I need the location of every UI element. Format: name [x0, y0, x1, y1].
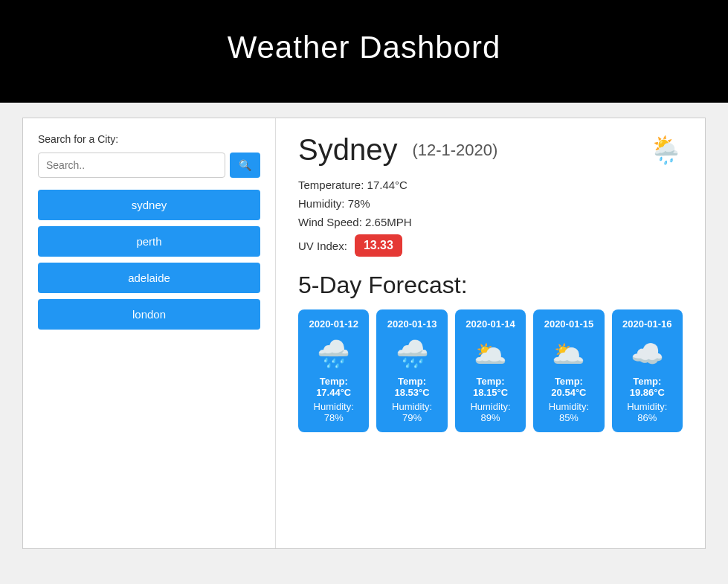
forecast-humidity: Humidity: 89%: [463, 401, 518, 423]
forecast-temp: Temp: 20.54°C: [541, 376, 596, 398]
forecast-date: 2020-01-12: [306, 318, 361, 331]
forecast-icon: 🌧️: [306, 338, 361, 370]
uv-label: UV Index:: [298, 240, 347, 252]
weather-stats: Temperature: 17.44°C Humidity: 78% Wind …: [298, 179, 683, 228]
weather-panel: Sydney (12-1-2020) 🌦️ Temperature: 17.44…: [276, 118, 705, 548]
forecast-icon: 🌥️: [463, 338, 518, 370]
temperature-stat: Temperature: 17.44°C: [298, 179, 683, 191]
search-button[interactable]: 🔍: [230, 153, 260, 178]
search-icon: 🔍: [239, 159, 251, 171]
forecast-card: 2020-01-13 🌧️ Temp: 18.53°C Humidity: 79…: [376, 309, 447, 432]
forecast-icon: 🌧️: [384, 338, 439, 370]
city-button-sydney[interactable]: sydney: [38, 190, 260, 220]
forecast-icon: ☁️: [619, 338, 675, 370]
humidity-stat: Humidity: 78%: [298, 197, 683, 210]
app-header: Weather Dashbord: [0, 0, 728, 103]
search-input[interactable]: [38, 153, 225, 178]
search-row: 🔍: [38, 153, 260, 178]
forecast-date: 2020-01-13: [384, 318, 439, 331]
city-date: (12-1-2020): [412, 141, 497, 160]
city-button-adelaide[interactable]: adelaide: [38, 263, 260, 293]
sidebar: Search for a City: 🔍 sydney perth adelai…: [23, 118, 276, 548]
current-weather-icon: 🌦️: [649, 135, 683, 166]
uv-badge: 13.33: [355, 234, 402, 257]
city-header: Sydney (12-1-2020) 🌦️: [298, 133, 683, 167]
forecast-temp: Temp: 19.86°C: [619, 376, 675, 398]
forecast-humidity: Humidity: 79%: [384, 401, 439, 423]
forecast-humidity: Humidity: 85%: [541, 401, 596, 423]
forecast-humidity: Humidity: 78%: [306, 401, 361, 423]
forecast-humidity: Humidity: 86%: [619, 401, 675, 423]
city-name: Sydney: [298, 133, 397, 167]
forecast-cards: 2020-01-12 🌧️ Temp: 17.44°C Humidity: 78…: [298, 309, 683, 432]
forecast-date: 2020-01-14: [463, 318, 518, 331]
forecast-icon: 🌥️: [541, 338, 596, 370]
forecast-temp: Temp: 18.15°C: [463, 376, 518, 398]
forecast-card: 2020-01-15 🌥️ Temp: 20.54°C Humidity: 85…: [533, 309, 604, 432]
forecast-title: 5-Day Forecast:: [298, 272, 683, 299]
forecast-temp: Temp: 17.44°C: [306, 376, 361, 398]
forecast-card: 2020-01-14 🌥️ Temp: 18.15°C Humidity: 89…: [455, 309, 526, 432]
forecast-card: 2020-01-16 ☁️ Temp: 19.86°C Humidity: 86…: [612, 309, 683, 432]
uv-row: UV Index: 13.33: [298, 234, 683, 257]
city-button-perth[interactable]: perth: [38, 226, 260, 257]
forecast-temp: Temp: 18.53°C: [384, 376, 439, 398]
forecast-date: 2020-01-16: [619, 318, 675, 331]
forecast-card: 2020-01-12 🌧️ Temp: 17.44°C Humidity: 78…: [298, 309, 369, 432]
city-button-london[interactable]: london: [38, 299, 260, 330]
forecast-date: 2020-01-15: [541, 318, 596, 331]
app-title: Weather Dashbord: [15, 30, 713, 65]
wind-stat: Wind Speed: 2.65MPH: [298, 216, 683, 228]
search-label: Search for a City:: [38, 133, 260, 145]
main-container: Search for a City: 🔍 sydney perth adelai…: [22, 118, 706, 549]
